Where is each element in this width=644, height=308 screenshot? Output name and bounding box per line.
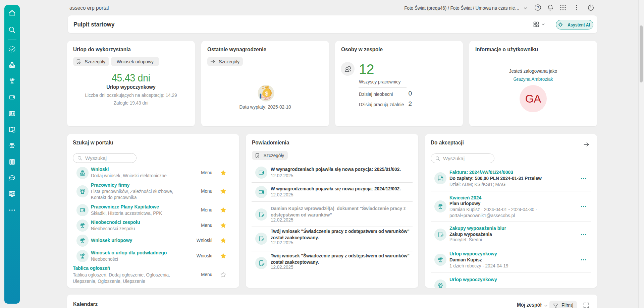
svg-text:$: $ (265, 90, 268, 97)
